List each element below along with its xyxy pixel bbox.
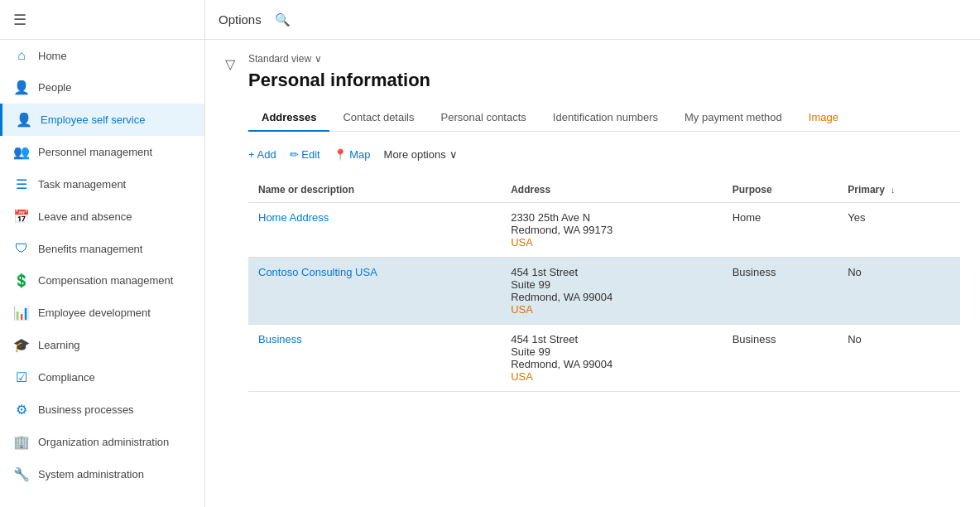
sidebar-item-home[interactable]: ⌂Home <box>0 40 204 71</box>
nav-label-business-processes: Business processes <box>38 403 134 416</box>
table-row: Business454 1st StreetSuite 99Redmond, W… <box>248 325 960 392</box>
sidebar-item-compliance[interactable]: ☑Compliance <box>0 361 204 394</box>
nav-label-compliance: Compliance <box>38 371 95 384</box>
address-name-link[interactable]: Home Address <box>258 211 329 224</box>
nav-label-learning: Learning <box>38 339 80 351</box>
table-body: Home Address2330 25th Ave NRedmond, WA 9… <box>248 203 960 392</box>
address-line: USA <box>511 370 712 383</box>
main-content: Options 🔍 ▽ Standard view ∨ Personal inf… <box>205 0 980 507</box>
sidebar: ☰ ⌂Home👤People👤Employee self service👥Per… <box>0 0 205 507</box>
nav-label-leave-and-absence: Leave and absence <box>38 210 132 223</box>
nav-label-compensation-management: Compensation management <box>38 274 173 287</box>
address-line: 454 1st Street <box>511 333 712 345</box>
cell-address: 454 1st StreetSuite 99Redmond, WA 99004U… <box>501 258 722 325</box>
topbar-search-icon[interactable]: 🔍 <box>271 8 295 31</box>
nav-icon-learning: 🎓 <box>13 337 30 353</box>
col-header-primary[interactable]: Primary ↓ <box>838 177 960 203</box>
sidebar-item-employee-development[interactable]: 📊Employee development <box>0 297 204 329</box>
col-header-purpose: Purpose <box>723 177 838 203</box>
address-name-link[interactable]: Business <box>258 333 302 345</box>
cell-primary: No <box>838 258 960 325</box>
nav-label-people: People <box>38 81 71 94</box>
nav-icon-system-administration: 🔧 <box>13 466 30 482</box>
tab-contact-details[interactable]: Contact details <box>329 104 427 132</box>
tabs-bar: AddressesContact detailsPersonal contact… <box>248 104 960 132</box>
sidebar-nav: ⌂Home👤People👤Employee self service👥Perso… <box>0 40 204 507</box>
nav-icon-compliance: ☑ <box>13 369 30 385</box>
addresses-table: Name or descriptionAddressPurposePrimary… <box>248 177 960 392</box>
address-line: USA <box>511 303 712 316</box>
nav-icon-benefits-management: 🛡 <box>13 241 30 256</box>
address-name-link[interactable]: Contoso Consulting USA <box>258 266 377 278</box>
cell-name[interactable]: Contoso Consulting USA <box>248 258 501 325</box>
view-selector-chevron: ∨ <box>315 53 322 65</box>
address-line: Redmond, WA 99004 <box>511 358 712 370</box>
nav-icon-leave-and-absence: 📅 <box>13 209 30 225</box>
nav-label-task-management: Task management <box>38 178 126 191</box>
col-header-address: Address <box>501 177 722 203</box>
sidebar-item-task-management[interactable]: ☰Task management <box>0 168 204 200</box>
filter-icon[interactable]: ▽ <box>225 53 235 72</box>
nav-label-home: Home <box>38 50 67 62</box>
sidebar-item-system-administration[interactable]: 🔧System administration <box>0 458 204 490</box>
sidebar-header: ☰ <box>0 0 204 40</box>
col-header-name: Name or description <box>248 177 501 203</box>
nav-icon-employee-self-service: 👤 <box>16 112 32 128</box>
sort-icon-primary: ↓ <box>888 185 896 195</box>
add-button[interactable]: + Add <box>248 145 276 164</box>
cell-address: 2330 25th Ave NRedmond, WA 99173USA <box>501 203 722 258</box>
sidebar-item-personnel-management[interactable]: 👥Personnel management <box>0 136 204 168</box>
sidebar-item-learning[interactable]: 🎓Learning <box>0 329 204 361</box>
nav-icon-people: 👤 <box>13 80 30 95</box>
view-selector-label: Standard view <box>248 53 311 65</box>
map-button[interactable]: 📍 Map <box>334 145 371 164</box>
more-options-button[interactable]: More options ∨ <box>384 148 458 161</box>
sidebar-item-people[interactable]: 👤People <box>0 71 204 104</box>
tab-addresses[interactable]: Addresses <box>248 104 329 132</box>
tab-my-payment-method[interactable]: My payment method <box>671 104 795 132</box>
edit-button[interactable]: ✏ Edit <box>290 145 320 164</box>
table-row: Contoso Consulting USA454 1st StreetSuit… <box>248 258 960 325</box>
content-area: ▽ Standard view ∨ Personal information A… <box>205 40 980 507</box>
cell-purpose: Business <box>723 258 838 325</box>
nav-label-employee-development: Employee development <box>38 307 151 319</box>
nav-icon-personnel-management: 👥 <box>13 144 30 160</box>
tab-personal-contacts[interactable]: Personal contacts <box>427 104 539 132</box>
cell-primary: Yes <box>838 203 960 258</box>
sidebar-item-compensation-management[interactable]: 💲Compensation management <box>0 264 204 297</box>
filter-area: ▽ Standard view ∨ Personal information A… <box>225 53 960 392</box>
view-selector[interactable]: Standard view ∨ <box>248 53 960 65</box>
address-line: USA <box>511 236 712 249</box>
nav-label-employee-self-service: Employee self service <box>41 113 145 126</box>
table-header: Name or descriptionAddressPurposePrimary… <box>248 177 960 203</box>
address-line: Suite 99 <box>511 345 712 358</box>
content-right: Standard view ∨ Personal information Add… <box>248 53 960 392</box>
sidebar-item-benefits-management[interactable]: 🛡Benefits management <box>0 233 204 264</box>
sidebar-item-business-processes[interactable]: ⚙Business processes <box>0 394 204 426</box>
address-line: Redmond, WA 99004 <box>511 291 712 303</box>
cell-name[interactable]: Home Address <box>248 203 501 258</box>
nav-label-organization-administration: Organization administration <box>38 436 169 448</box>
nav-icon-employee-development: 📊 <box>13 305 30 321</box>
address-line: 2330 25th Ave N <box>511 211 712 224</box>
sidebar-item-leave-and-absence[interactable]: 📅Leave and absence <box>0 200 204 233</box>
table-row: Home Address2330 25th Ave NRedmond, WA 9… <box>248 203 960 258</box>
cell-name[interactable]: Business <box>248 325 501 392</box>
sidebar-item-organization-administration[interactable]: 🏢Organization administration <box>0 426 204 458</box>
address-line: Suite 99 <box>511 278 712 291</box>
topbar-title: Options <box>219 12 262 27</box>
nav-label-benefits-management: Benefits management <box>38 243 142 255</box>
address-line: Redmond, WA 99173 <box>511 224 712 236</box>
nav-icon-task-management: ☰ <box>13 176 30 192</box>
tab-identification-numbers[interactable]: Identification numbers <box>540 104 671 132</box>
sidebar-item-employee-self-service[interactable]: 👤Employee self service <box>0 104 204 136</box>
tab-image[interactable]: Image <box>795 104 852 132</box>
hamburger-icon[interactable]: ☰ <box>13 11 26 29</box>
cell-purpose: Home <box>723 203 838 258</box>
topbar: Options 🔍 <box>205 0 980 40</box>
nav-icon-organization-administration: 🏢 <box>13 434 30 450</box>
cell-purpose: Business <box>723 325 838 392</box>
nav-label-system-administration: System administration <box>38 468 144 480</box>
more-options-chevron: ∨ <box>449 148 458 161</box>
cell-address: 454 1st StreetSuite 99Redmond, WA 99004U… <box>501 325 722 392</box>
